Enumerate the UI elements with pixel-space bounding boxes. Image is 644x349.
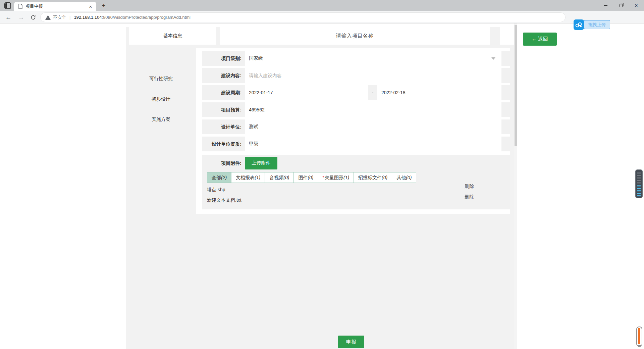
browser-tab[interactable]: 项目申报 × [14,2,96,11]
scrollbar-thumb[interactable] [515,25,517,146]
form-row-design-unit: 设计单位: [202,119,510,134]
attachments-section: 项目附件: 上传附件 全部(2) 文档报表(1) 音视频(0) 图件(0) *矢… [202,155,510,209]
tab-count: (2) [221,175,227,180]
chevron-down-icon[interactable] [491,57,495,60]
security-label: 不安全 [53,14,66,20]
tab-label: 其他 [396,175,406,180]
tab-images[interactable]: 图件(0) [293,172,318,183]
address-bar[interactable]: 不安全 | 192.168.1.104 :8080/wisdomProtecte… [40,12,566,22]
tab-actions-bar [5,3,7,8]
tab-count: (1) [343,175,349,180]
content-input[interactable] [245,68,501,83]
tab-label: 全部 [212,175,221,180]
delete-file-link[interactable]: 删除 [465,193,474,200]
page-scrollbar[interactable] [514,23,517,349]
tab-other[interactable]: 其他(0) [392,172,416,183]
header-stub [500,27,514,45]
back-button-label: 返回 [538,36,548,42]
url-path: :8080/wisdomProtected/app/programAdd.htm… [102,15,191,20]
browser-toolbar: ← → 不安全 | 192.168.1.104 :8080/wisdomProt… [0,11,644,23]
drag-upload-tooltip: 拖拽上传 [584,20,610,29]
tab-bidding-documents[interactable]: 招投标文件(0) [354,172,392,183]
delete-file-link[interactable]: 删除 [465,183,474,190]
window-controls: × [598,0,644,11]
tab-count: (0) [382,175,387,180]
attachments-label: 项目附件: [202,155,245,171]
qualification-input[interactable] [245,137,501,151]
budget-label: 项目预算: [202,102,245,117]
scroll-widget-dashes-active [637,185,641,197]
period-label: 建设周期: [202,85,245,100]
tab-title: 项目申报 [25,3,88,9]
content-label: 建设内容: [202,68,245,83]
scroll-widget-dashes [637,172,641,185]
period-end-input[interactable] [377,85,501,100]
sidebar-item-feasibility[interactable]: 可行性研究 [126,74,196,83]
level-label: 项目级别: [202,51,245,66]
forward-nav-icon: → [16,11,26,23]
sidebar-item-basic-info[interactable]: 基本信息 [129,27,216,45]
design-unit-label: 设计单位: [202,119,245,134]
form-row-qualification: 设计单位资质: [202,137,510,151]
tab-label: 文档报表 [236,175,255,180]
project-name-input[interactable] [220,27,490,45]
form-row-level: 项目级别: [202,51,510,66]
close-button[interactable]: × [629,0,644,11]
back-nav-icon[interactable]: ← [3,11,13,23]
browser-window: 项目申报 × + × ← → 不安全 | 192.168.1.104 :8080… [0,0,644,349]
tab-count: (1) [255,175,260,180]
required-asterisk: * [323,175,324,180]
basic-info-form: 项目级别: 建设内容: 建设周期: - 项目预算: [196,48,510,214]
sidebar-item-implementation-plan[interactable]: 实施方案 [126,114,196,124]
tab-audio-video[interactable]: 音视频(0) [265,172,294,183]
sidebar-item-preliminary-design[interactable]: 初步设计 [126,94,196,104]
period-start-input[interactable] [245,85,368,100]
page-content: 基本信息 可行性研究 初步设计 实施方案 项目级别: 建设内容: 建设周期: [0,23,644,349]
form-row-budget: 项目预算: [202,102,510,117]
file-name: 塔点.shp [207,186,225,193]
qualification-label: 设计单位资质: [202,137,245,151]
tab-label: 矢量图形 [325,175,343,180]
browser-titlebar: 项目申报 × + × [0,0,644,11]
form-row-period: 建设周期: - [202,85,510,100]
thermometer-widget-icon[interactable] [636,327,642,346]
tab-count: (0) [308,175,313,180]
tab-label: 音视频 [269,175,283,180]
budget-input[interactable] [245,102,501,117]
back-arrow-icon: ← [532,36,537,42]
submit-button[interactable]: 申报 [338,336,364,348]
form-row-content: 建设内容: [202,68,510,83]
tab-all[interactable]: 全部(2) [207,172,231,183]
thermometer-nub [638,346,641,347]
upload-attachment-button[interactable]: 上传附件 [245,157,277,169]
url-host: 192.168.1.104 [74,15,102,20]
refresh-icon[interactable] [28,11,38,23]
main-area: 基本信息 可行性研究 初步设计 实施方案 项目级别: 建设内容: 建设周期: [126,27,514,349]
tab-documents[interactable]: 文档报表(1) [231,172,265,183]
tab-count: (0) [283,175,289,180]
restore-button[interactable] [613,0,629,11]
tab-vector-graphics[interactable]: *矢量图形(1) [318,172,354,183]
extension-scroll-widget[interactable] [635,169,643,198]
tab-count: (0) [406,175,412,180]
file-name: 新建文本文档.txt [207,196,241,204]
design-unit-input[interactable] [245,119,501,134]
tab-label: 图件 [298,175,308,180]
tab-close-icon[interactable]: × [88,3,94,9]
page-favicon-icon [18,4,23,9]
minimize-button[interactable] [598,0,613,11]
period-separator: - [368,85,377,100]
level-select[interactable] [245,51,501,66]
address-divider: | [69,15,70,20]
netdisk-extension-icon[interactable] [574,19,584,30]
back-button[interactable]: ← 返回 [523,33,557,46]
attachment-type-tabs: 全部(2) 文档报表(1) 音视频(0) 图件(0) *矢量图形(1) 招投标文… [207,172,416,183]
thermometer-fill [638,328,640,344]
minimize-icon [604,5,607,6]
tab-actions-icon[interactable] [4,2,11,9]
tab-label: 招投标文件 [358,175,382,180]
insecure-warning-icon [45,15,51,20]
new-tab-button[interactable]: + [99,1,108,10]
sidebar-item-label: 基本信息 [163,33,182,39]
restore-icon [620,4,623,7]
